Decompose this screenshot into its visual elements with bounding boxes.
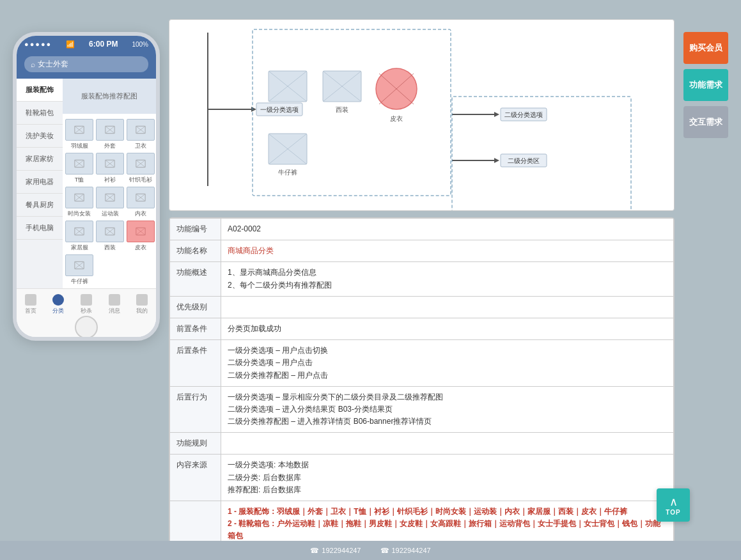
grid-label: 牛仔裤 [71, 277, 88, 286]
svg-marker-60 [494, 112, 499, 117]
top-arrow-icon: ∧ [669, 495, 678, 509]
nav-home[interactable]: 首页 [25, 294, 36, 315]
grid-label: 衬衫 [104, 176, 116, 184]
nav-category[interactable]: 分类 [52, 294, 64, 315]
category-icon [52, 294, 64, 306]
value-后置条件: 一级分类选项 – 用户点击切换二级分类选项 – 用户点击二级分类推荐配图 – 用… [221, 340, 674, 387]
grid-label: 运动装 [102, 210, 119, 218]
sidebar-item-家用电器[interactable]: 家用电器 [17, 171, 63, 194]
phone-icon-1: ☎ [310, 547, 319, 555]
phone-icon-2: ☎ [380, 547, 389, 555]
svg-text:西装: 西装 [336, 106, 348, 113]
buy-membership-button[interactable]: 购买会员 [683, 32, 728, 64]
grid-item-运动装[interactable]: 运动装 [96, 187, 124, 218]
product-image [65, 119, 93, 141]
home-button[interactable] [75, 316, 98, 339]
data-item-1: 1 - 服装配饰：羽绒服｜外套｜卫衣｜T恤｜衬衫｜针织毛衫｜时尚女装｜运动装｜内… [228, 507, 627, 516]
flash-sale-icon [81, 294, 92, 306]
grid-item-皮衣[interactable]: 皮衣 [127, 221, 155, 252]
phone-product-grid: 羽绒服 外套 卫衣 [63, 116, 156, 288]
nav-profile[interactable]: 我的 [136, 294, 148, 315]
label-功能规则: 功能规则 [170, 433, 221, 455]
home-icon [25, 294, 36, 306]
search-input[interactable]: ⌕ 女士外套 [24, 56, 148, 72]
grid-item-内衣[interactable]: 内衣 [127, 187, 155, 218]
nav-home-label: 首页 [25, 307, 36, 315]
phone-mockup: ●●●●● 📶 6:00 PM 100% ⌕ 女士外套 服装配饰 鞋靴箱包 洗护… [13, 32, 160, 341]
value-功能概述: 1、显示商城商品分类信息2、每个二级分类均有推荐配图 [221, 262, 674, 296]
grid-label: 羽绒服 [71, 142, 88, 150]
value-功能编号: A02-0002 [221, 219, 674, 240]
spec-table-container: 功能编号 A02-0002 功能名称 商城商品分类 功能概述 1、显示商城商品分… [169, 217, 675, 556]
table-row: 后置行为 一级分类选项 – 显示相应分类下的二级分类目录及二级推荐配图二级分类选… [170, 386, 674, 433]
sidebar-item-手机电脑[interactable]: 手机电脑 [17, 217, 63, 240]
diagram-box: 家居服 西装 皮衣 牛仔裤 [169, 19, 675, 211]
interaction-requirements-button[interactable]: 交互需求 [683, 106, 728, 138]
nav-flash-sale[interactable]: 秒杀 [81, 294, 92, 315]
table-row: 优先级别 [170, 296, 674, 318]
profile-icon [136, 294, 148, 306]
footer: ☎ 1922944247 ☎ 1922944247 [0, 541, 741, 560]
nav-flash-sale-label: 秒杀 [81, 307, 92, 315]
product-image [65, 153, 93, 175]
product-image [127, 119, 155, 141]
scroll-to-top-button[interactable]: ∧ TOP [657, 488, 690, 522]
grid-item-时尚女装[interactable]: 时尚女装 [65, 187, 93, 218]
right-sidebar: 购买会员 功能需求 交互需求 [683, 32, 728, 138]
label-功能名称: 功能名称 [170, 240, 221, 262]
label-优先级别: 优先级别 [170, 296, 221, 318]
value-功能规则 [221, 433, 674, 455]
product-image [96, 221, 124, 242]
product-image [96, 187, 124, 208]
svg-marker-41 [251, 107, 256, 112]
grid-item-家居服[interactable]: 家居服 [65, 221, 93, 252]
sidebar-item-服装配饰[interactable]: 服装配饰 [17, 79, 63, 102]
top-label: TOP [666, 509, 680, 516]
table-row: 后置条件 一级分类选项 – 用户点击切换二级分类选项 – 用户点击二级分类推荐配… [170, 340, 674, 387]
sidebar-item-鞋靴箱包[interactable]: 鞋靴箱包 [17, 102, 63, 125]
search-bar-container: ⌕ 女士外套 [17, 52, 156, 79]
svg-text:皮衣: 皮衣 [390, 115, 403, 122]
grid-label: 西装 [104, 244, 116, 252]
grid-item-西装[interactable]: 西装 [96, 221, 124, 252]
table-row: 功能名称 商城商品分类 [170, 240, 674, 262]
product-image [65, 221, 93, 242]
grid-label: 家居服 [71, 244, 88, 252]
phone-main-area: 服装配饰推荐配图 羽绒服 外套 [63, 79, 156, 288]
table-row: 内容来源 一级分类选项: 本地数据二级分类: 后台数据库推荐配图: 后台数据库 [170, 455, 674, 501]
grid-label: 外套 [104, 142, 116, 150]
product-image-selected [127, 221, 155, 242]
grid-item-外套[interactable]: 外套 [96, 119, 124, 150]
spec-table: 功能编号 A02-0002 功能名称 商城商品分类 功能概述 1、显示商城商品分… [169, 218, 674, 556]
grid-item-羽绒服[interactable]: 羽绒服 [65, 119, 93, 150]
grid-label: 时尚女装 [68, 210, 91, 218]
value-后置行为: 一级分类选项 – 显示相应分类下的二级分类目录及二级推荐配图二级分类选项 – 进… [221, 386, 674, 433]
svg-text:牛仔裤: 牛仔裤 [278, 169, 297, 176]
grid-item-T恤[interactable]: T恤 [65, 153, 93, 184]
grid-item-针织毛衫[interactable]: 针织毛衫 [127, 153, 155, 184]
status-bar: ●●●●● 📶 6:00 PM 100% [17, 36, 156, 52]
product-image [127, 153, 155, 175]
product-image [65, 254, 93, 276]
battery-indicator: 100% [132, 41, 148, 48]
sidebar-item-洗护美妆[interactable]: 洗护美妆 [17, 125, 63, 148]
phone-bottom-nav: 首页 分类 秒杀 消息 我的 [17, 288, 156, 318]
nav-message[interactable]: 消息 [109, 294, 120, 315]
phone-banner: 服装配饰推荐配图 [63, 79, 156, 114]
grid-label: 卫衣 [135, 142, 146, 150]
phone-number-2: 1922944247 [392, 547, 431, 554]
sidebar-item-家居家纺[interactable]: 家居家纺 [17, 148, 63, 171]
footer-phone1: ☎ 1922944247 [310, 547, 361, 555]
grid-item-衬衫[interactable]: 衬衫 [96, 153, 124, 184]
grid-item-卫衣[interactable]: 卫衣 [127, 119, 155, 150]
svg-text:二级分类区: 二级分类区 [508, 157, 540, 164]
nav-category-label: 分类 [52, 307, 64, 315]
grid-item-牛仔裤[interactable]: 牛仔裤 [65, 254, 93, 286]
product-image [65, 187, 93, 208]
grid-label: 皮衣 [135, 244, 146, 252]
clock: 6:00 PM [89, 40, 118, 49]
table-row: 功能概述 1、显示商城商品分类信息2、每个二级分类均有推荐配图 [170, 262, 674, 296]
sidebar-item-餐具厨房[interactable]: 餐具厨房 [17, 194, 63, 217]
diagram-svg: 家居服 西装 皮衣 牛仔裤 [169, 20, 674, 210]
functional-requirements-button[interactable]: 功能需求 [683, 69, 728, 101]
